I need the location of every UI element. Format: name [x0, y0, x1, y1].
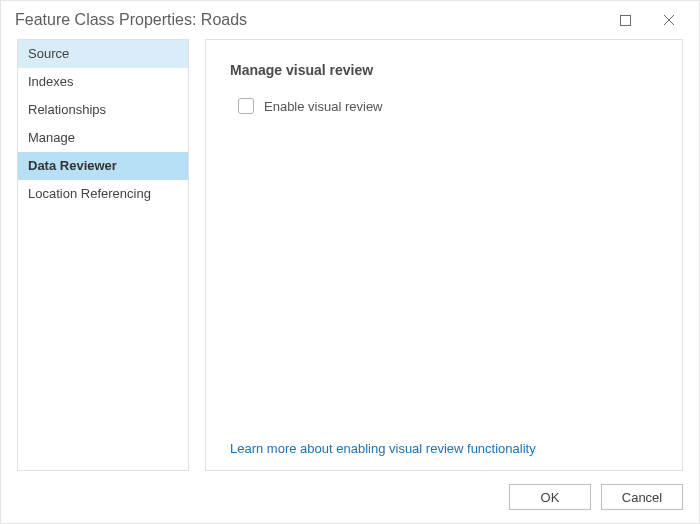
section-title: Manage visual review [230, 62, 664, 78]
sidebar-item-source[interactable]: Source [18, 40, 188, 68]
ok-button[interactable]: OK [509, 484, 591, 510]
spacer [230, 114, 664, 441]
sidebar-item-label: Indexes [28, 74, 74, 89]
main-panel: Manage visual review Enable visual revie… [205, 39, 683, 471]
close-icon [663, 14, 675, 26]
maximize-icon [620, 15, 631, 26]
dialog: Feature Class Properties: Roads Source I… [0, 0, 700, 524]
sidebar-item-data-reviewer[interactable]: Data Reviewer [18, 152, 188, 180]
sidebar-item-label: Location Referencing [28, 186, 151, 201]
enable-visual-review-row: Enable visual review [238, 98, 664, 114]
sidebar-item-location-referencing[interactable]: Location Referencing [18, 180, 188, 208]
sidebar-item-label: Source [28, 46, 69, 61]
enable-visual-review-label: Enable visual review [264, 99, 383, 114]
sidebar-item-label: Data Reviewer [28, 158, 117, 173]
cancel-button[interactable]: Cancel [601, 484, 683, 510]
help-link[interactable]: Learn more about enabling visual review … [230, 441, 664, 456]
maximize-button[interactable] [603, 5, 647, 35]
window-controls [603, 5, 691, 35]
titlebar: Feature Class Properties: Roads [1, 1, 699, 39]
svg-rect-0 [620, 15, 630, 25]
close-button[interactable] [647, 5, 691, 35]
window-title: Feature Class Properties: Roads [15, 11, 603, 29]
sidebar-item-manage[interactable]: Manage [18, 124, 188, 152]
enable-visual-review-checkbox[interactable] [238, 98, 254, 114]
sidebar-item-indexes[interactable]: Indexes [18, 68, 188, 96]
sidebar-item-relationships[interactable]: Relationships [18, 96, 188, 124]
sidebar: Source Indexes Relationships Manage Data… [17, 39, 189, 471]
dialog-body: Source Indexes Relationships Manage Data… [1, 39, 699, 471]
dialog-footer: OK Cancel [1, 471, 699, 523]
sidebar-item-label: Relationships [28, 102, 106, 117]
sidebar-item-label: Manage [28, 130, 75, 145]
